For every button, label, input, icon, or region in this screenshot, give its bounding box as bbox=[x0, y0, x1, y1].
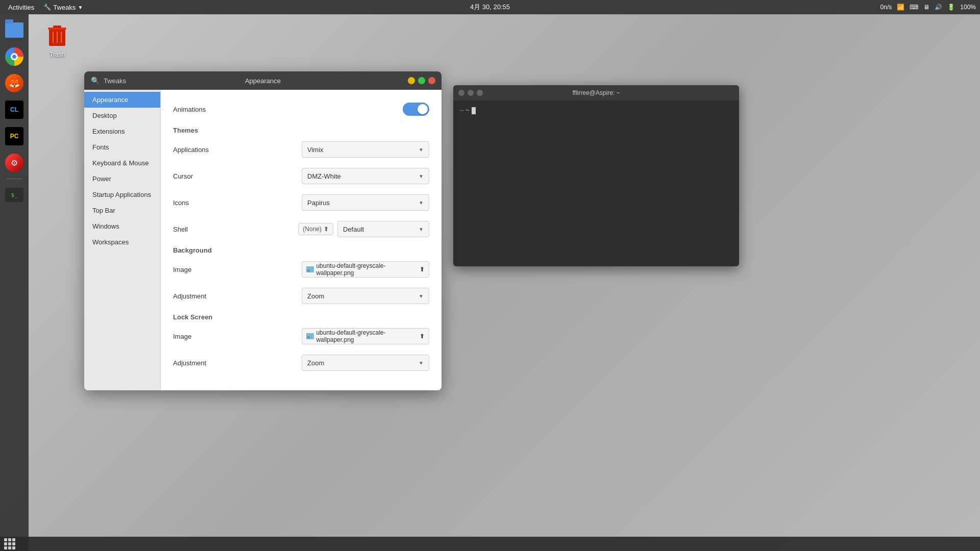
maximize-button[interactable] bbox=[418, 77, 425, 84]
icons-theme-label: Icons bbox=[173, 199, 189, 207]
volume-icon: 🔊 bbox=[935, 4, 942, 11]
sidebar-item-startup[interactable]: Startup Applications bbox=[84, 187, 160, 203]
lock-image-label: Image bbox=[173, 333, 191, 340]
lock-image-dropdown[interactable]: ubuntu-default-greyscale-wallpaper.png ⬆ bbox=[302, 328, 429, 344]
bg-image-upload-icon[interactable]: ⬆ bbox=[420, 266, 425, 273]
minimize-button[interactable] bbox=[408, 77, 415, 84]
terminal-window-controls bbox=[458, 90, 483, 96]
dock: 🦊 CL PC ⚙ $_ bbox=[0, 14, 29, 551]
shell-dropdown-arrow: ▼ bbox=[419, 227, 424, 232]
lock-image-value: ubuntu-default-greyscale-wallpaper.png bbox=[316, 329, 420, 343]
term-arrow: → bbox=[459, 107, 463, 114]
cursor-theme-value: DMZ-White bbox=[307, 172, 341, 180]
bg-adjustment-row: Adjustment Zoom ▼ bbox=[173, 287, 429, 305]
applications-theme-label: Applications bbox=[173, 146, 209, 154]
chrome-icon bbox=[5, 47, 23, 66]
trash-icon bbox=[43, 20, 71, 49]
shell-theme-value: Default bbox=[343, 226, 364, 233]
lock-image-upload-icon[interactable]: ⬆ bbox=[420, 333, 425, 340]
sidebar-item-fonts[interactable]: Fonts bbox=[84, 139, 160, 155]
lock-adjustment-dropdown[interactable]: Zoom ▼ bbox=[302, 355, 429, 371]
term-minimize-btn[interactable] bbox=[468, 90, 474, 96]
sidebar-item-workspaces[interactable]: Workspaces bbox=[84, 234, 160, 250]
shell-theme-row: Shell (None) ⬆ Default ▼ bbox=[173, 220, 429, 238]
terminal-body[interactable]: → ~ bbox=[453, 101, 739, 120]
dock-item-tweaks[interactable]: ⚙ bbox=[3, 151, 26, 174]
shell-theme-controls: (None) ⬆ Default ▼ bbox=[298, 221, 429, 237]
show-apps-button[interactable] bbox=[4, 538, 15, 549]
cursor-theme-dropdown[interactable]: DMZ-White ▼ bbox=[302, 168, 429, 184]
clion-icon: CL bbox=[5, 101, 23, 119]
cursor-theme-row: Cursor DMZ-White ▼ bbox=[173, 167, 429, 185]
lock-adjustment-value: Zoom bbox=[307, 359, 324, 367]
close-button[interactable] bbox=[428, 77, 435, 84]
search-button[interactable]: 🔍 bbox=[90, 76, 100, 85]
dock-item-terminal[interactable]: $_ bbox=[3, 183, 26, 207]
keyboard-icon: ⌨ bbox=[910, 4, 918, 11]
dock-item-firefox[interactable]: 🦊 bbox=[3, 71, 26, 95]
pycharm-icon: PC bbox=[5, 127, 23, 145]
cursor-theme-label: Cursor bbox=[173, 172, 193, 180]
sidebar-item-windows[interactable]: Windows bbox=[84, 218, 160, 234]
terminal-window: fflirree@Aspire: ~ → ~ bbox=[453, 85, 739, 266]
icons-theme-value: Papirus bbox=[307, 199, 330, 207]
sidebar-item-keyboard-mouse[interactable]: Keyboard & Mouse bbox=[84, 155, 160, 171]
sidebar-item-power[interactable]: Power bbox=[84, 171, 160, 187]
battery-icon: 🔋 bbox=[947, 4, 955, 11]
tweaks-titlebar: 🔍 Tweaks Appearance bbox=[84, 71, 442, 90]
applications-theme-row: Applications Vimix ▼ bbox=[173, 140, 429, 159]
sidebar-item-appearance[interactable]: Appearance bbox=[84, 92, 160, 108]
clock: 4月 30, 20:55 bbox=[470, 3, 510, 11]
app-name-label: Tweaks bbox=[104, 77, 126, 85]
animations-toggle[interactable] bbox=[403, 103, 429, 116]
shell-theme-dropdown[interactable]: Default ▼ bbox=[337, 221, 429, 237]
term-maximize-btn[interactable] bbox=[477, 90, 483, 96]
window-controls bbox=[408, 77, 435, 84]
bg-adjustment-value: Zoom bbox=[307, 292, 324, 300]
sidebar-item-topbar[interactable]: Top Bar bbox=[84, 203, 160, 218]
bg-adjustment-arrow: ▼ bbox=[419, 293, 424, 299]
shell-badge: (None) ⬆ bbox=[298, 223, 333, 235]
bottom-bar bbox=[0, 537, 980, 551]
bg-image-file-icon bbox=[306, 266, 314, 272]
files-icon bbox=[5, 22, 23, 38]
term-cursor bbox=[472, 107, 476, 114]
shell-upload-icon[interactable]: ⬆ bbox=[324, 226, 329, 233]
applications-dropdown-arrow: ▼ bbox=[419, 147, 424, 153]
desktop-trash[interactable]: Trash bbox=[37, 20, 78, 58]
battery-percent: 100% bbox=[960, 4, 976, 11]
term-directory: ~ bbox=[465, 107, 470, 114]
terminal-title: fflirree@Aspire: ~ bbox=[573, 89, 620, 96]
window-title: Appearance bbox=[245, 77, 281, 85]
lock-adjustment-arrow: ▼ bbox=[419, 360, 424, 366]
lock-adjustment-label: Adjustment bbox=[173, 359, 206, 367]
sidebar-item-desktop[interactable]: Desktop bbox=[84, 108, 160, 123]
tweaks-menu[interactable]: 🔧 Tweaks ▼ bbox=[40, 4, 86, 11]
activities-button[interactable]: Activities bbox=[4, 4, 38, 11]
icons-dropdown-arrow: ▼ bbox=[419, 200, 424, 206]
themes-section-title: Themes bbox=[173, 127, 429, 134]
bg-image-dropdown[interactable]: ubuntu-default-greyscale-wallpaper.png ⬆ bbox=[302, 261, 429, 278]
terminal-prompt: → ~ bbox=[459, 107, 733, 114]
term-close-btn[interactable] bbox=[458, 90, 464, 96]
background-section-title: Background bbox=[173, 246, 429, 254]
dock-item-clion[interactable]: CL bbox=[3, 98, 26, 121]
lock-adjustment-row: Adjustment Zoom ▼ bbox=[173, 354, 429, 372]
network-icon: 📶 bbox=[897, 4, 904, 11]
firefox-icon: 🦊 bbox=[5, 74, 23, 92]
shell-badge-value: (None) bbox=[303, 226, 322, 233]
dock-item-files[interactable] bbox=[3, 18, 26, 42]
toggle-knob bbox=[418, 104, 428, 114]
icons-theme-dropdown[interactable]: Papirus ▼ bbox=[302, 194, 429, 211]
sidebar-item-extensions[interactable]: Extensions bbox=[84, 123, 160, 139]
tweaks-content: Animations Themes Applications Vimix ▼ C… bbox=[161, 90, 442, 390]
bg-image-row: Image ubuntu-default-greyscale-wallpaper… bbox=[173, 260, 429, 279]
trash-label: Trash bbox=[50, 51, 65, 58]
shell-theme-label: Shell bbox=[173, 226, 188, 233]
tweaks-sidebar: Appearance Desktop Extensions Fonts Keyb… bbox=[84, 90, 161, 390]
dock-item-chrome[interactable] bbox=[3, 45, 26, 68]
dock-item-pycharm[interactable]: PC bbox=[3, 124, 26, 148]
bg-adjustment-dropdown[interactable]: Zoom ▼ bbox=[302, 288, 429, 304]
terminal-titlebar: fflirree@Aspire: ~ bbox=[453, 85, 739, 101]
applications-theme-dropdown[interactable]: Vimix ▼ bbox=[302, 141, 429, 158]
